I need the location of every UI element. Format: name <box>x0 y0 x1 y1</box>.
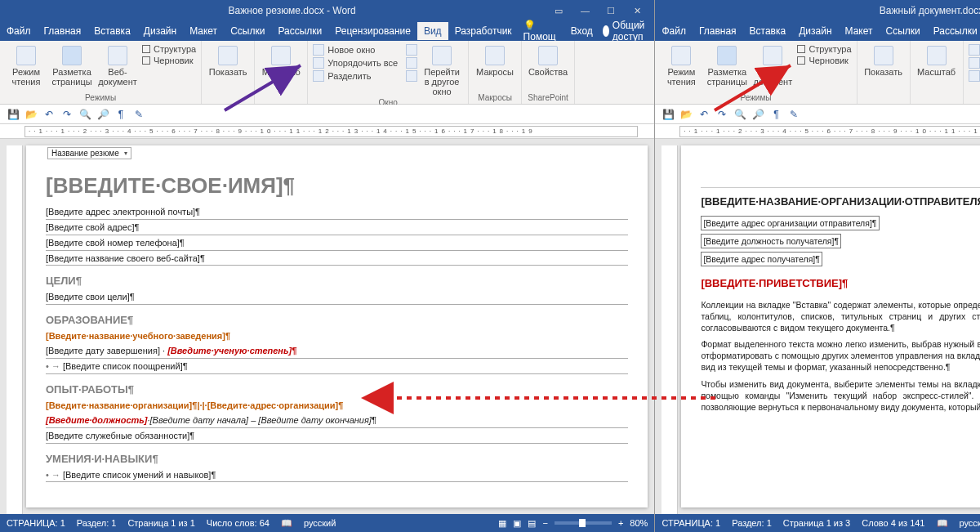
share-button[interactable]: Общий доступ <box>603 20 650 42</box>
tab-design[interactable]: Дизайн <box>137 22 183 40</box>
qat-button[interactable]: ✎ <box>132 108 145 121</box>
tab-home[interactable]: Главная <box>38 22 88 40</box>
redo-icon[interactable]: ↷ <box>715 108 728 121</box>
body-paragraph[interactable]: Чтобы изменить вид документа, выберите э… <box>701 378 980 414</box>
qat-button[interactable]: 🔎 <box>96 108 109 121</box>
tab-home[interactable]: Главная <box>693 22 743 40</box>
skills-bullet[interactable]: [Введите список умений и навыков]¶ <box>46 468 628 483</box>
recipient-title-field[interactable]: [Введите должность получателя]¶ <box>701 234 841 248</box>
vertical-ruler[interactable] <box>662 145 678 514</box>
redo-icon[interactable]: ↷ <box>60 108 74 121</box>
edu-line[interactable]: [Введите дату завершения] · [Введите·уче… <box>46 344 628 359</box>
status-pages[interactable]: Страница 1 из 1 <box>127 518 194 528</box>
exp-desc[interactable]: [Введите служебные обязанности]¶ <box>46 429 628 444</box>
tab-layout[interactable]: Макет <box>839 22 880 40</box>
draft-check[interactable]: Черновик <box>797 56 849 65</box>
login-button[interactable]: Вход <box>566 22 598 40</box>
chevron-down-icon[interactable]: ▾ <box>124 150 127 157</box>
qat-button[interactable]: ¶ <box>114 108 127 121</box>
edu-sub[interactable]: [Введите·название·учебного·заведения]¶ <box>46 330 628 342</box>
view-mode-icon[interactable]: ▦ <box>498 518 506 529</box>
tab-references[interactable]: Ссылки <box>880 22 927 40</box>
document-area[interactable]: Название резюме▾ [ВВЕДИТЕ·СВОЕ·ИМЯ]¶ [Вв… <box>0 139 654 514</box>
website-field[interactable]: [Введите название своего веб-сайта]¶ <box>46 252 628 266</box>
tab-developer[interactable]: Разработчик <box>448 22 519 40</box>
status-pages[interactable]: Страница 1 из 3 <box>783 518 850 528</box>
show-button[interactable]: Показать <box>862 42 905 77</box>
qat-button[interactable]: ¶ <box>769 108 782 121</box>
zoom-out-icon[interactable]: − <box>542 518 547 528</box>
address-field[interactable]: [Введите свой адрес]¶ <box>46 221 628 235</box>
exp-sub[interactable]: [Введите·название·организации]¶|·|·[Введ… <box>46 400 628 412</box>
status-lang[interactable]: русский <box>304 518 336 528</box>
phone-field[interactable]: [Введите свой номер телефона]¶ <box>46 236 628 251</box>
goals-field[interactable]: [Введите свои цели]¶ <box>46 290 628 305</box>
sender-address-field[interactable]: [Введите адрес организации отправителя]¶ <box>701 216 879 230</box>
recipient-address-field[interactable]: [Введите адрес получателя]¶ <box>701 252 822 266</box>
status-words[interactable]: Число слов: 64 <box>207 518 270 528</box>
properties-button[interactable]: Свойства <box>527 42 569 77</box>
tab-insert[interactable]: Вставка <box>87 22 137 40</box>
show-button[interactable]: Показать <box>207 42 249 77</box>
print-layout-button[interactable]: Разметка страницы <box>51 42 93 87</box>
web-layout-button[interactable]: Веб-документ <box>751 42 794 87</box>
status-words[interactable]: Слово 4 из 141 <box>862 518 924 528</box>
tab-file[interactable]: Файл <box>655 22 693 40</box>
content-control-tag[interactable]: Название резюме▾ <box>47 147 131 159</box>
qat-button[interactable]: 🔍 <box>78 108 91 121</box>
zoom-button[interactable]: Масштаб <box>260 42 302 77</box>
tab-view[interactable]: Вид <box>417 22 448 40</box>
email-field[interactable]: [Введите адрес электронной почты]¶ <box>46 205 628 220</box>
macros-button[interactable]: Макросы <box>474 42 516 77</box>
zoom-slider[interactable] <box>555 521 612 525</box>
draft-check[interactable]: Черновик <box>142 56 194 65</box>
outline-check[interactable]: Структура <box>797 44 851 54</box>
tab-insert[interactable]: Вставка <box>743 22 793 40</box>
horizontal-ruler[interactable]: ··1···1···2···3···4···5···6···7···8···9·… <box>679 126 980 137</box>
status-section[interactable]: Раздел: 1 <box>732 518 772 528</box>
tab-mailings[interactable]: Рассылки <box>271 22 328 40</box>
tab-design[interactable]: Дизайн <box>792 22 838 40</box>
print-layout-button[interactable]: Разметка страницы <box>706 42 748 87</box>
maximize-icon[interactable]: ☐ <box>599 6 623 16</box>
qat-open-icon[interactable]: 📂 <box>24 108 38 121</box>
outline-check[interactable]: Структура <box>142 44 196 54</box>
body-paragraph[interactable]: Формат выделенного текста можно легко из… <box>701 338 980 373</box>
horizontal-ruler[interactable]: ··1···1···2···3···4···5···6···7···8···9·… <box>24 126 638 137</box>
split-button[interactable]: Разделить <box>313 70 371 82</box>
status-section[interactable]: Раздел: 1 <box>77 518 117 528</box>
undo-icon[interactable]: ↶ <box>697 108 710 121</box>
tab-review[interactable]: Рецензирование <box>328 22 417 40</box>
zoom-button[interactable]: Масштаб <box>915 42 958 77</box>
org-heading[interactable]: [ВВЕДИТЕ·НАЗВАНИЕ·ОРГАНИЗАЦИИ·ОТПРАВИТЕЛ… <box>701 194 980 209</box>
status-proof-icon[interactable]: 📖 <box>281 518 292 529</box>
split-button[interactable]: Разделить <box>969 70 980 82</box>
web-layout-button[interactable]: Веб-документ <box>96 42 139 87</box>
qat-open-icon[interactable]: 📂 <box>679 108 693 121</box>
minimize-icon[interactable]: — <box>572 6 597 16</box>
tab-references[interactable]: Ссылки <box>224 22 271 40</box>
qat-button[interactable]: 🔎 <box>751 108 764 121</box>
status-lang[interactable]: русский <box>960 518 981 528</box>
edu-bullet[interactable]: [Введите список поощрений]¶ <box>46 360 628 374</box>
arrange-all-button[interactable]: Упорядочить все <box>969 57 980 69</box>
undo-icon[interactable]: ↶ <box>42 108 56 121</box>
arrange-all-button[interactable]: Упорядочить все <box>313 57 398 69</box>
new-window-button[interactable]: Новое окно <box>313 44 375 56</box>
close-icon[interactable]: ✕ <box>625 6 649 16</box>
body-paragraph[interactable]: Коллекции на вкладке "Вставка" содержат … <box>701 299 980 334</box>
status-page[interactable]: СТРАНИЦА: 1 <box>662 518 720 528</box>
tab-layout[interactable]: Макет <box>183 22 224 40</box>
name-heading[interactable]: [ВВЕДИТЕ·СВОЕ·ИМЯ]¶ <box>46 172 628 200</box>
read-mode-button[interactable]: Режим чтения <box>660 42 702 87</box>
switch-windows-button[interactable]: Перейти в другое окно <box>421 42 463 96</box>
save-icon[interactable]: 💾 <box>7 108 20 121</box>
tab-file[interactable]: Файл <box>0 22 38 40</box>
greeting-heading[interactable]: [ВВЕДИТЕ·ПРИВЕТСТВИЕ]¶ <box>701 276 980 291</box>
document-page[interactable]: Название резюме▾ [ВВЕДИТЕ·СВОЕ·ИМЯ]¶ [Вв… <box>26 145 648 507</box>
qat-button[interactable]: 🔍 <box>733 108 746 121</box>
tab-mailings[interactable]: Рассылки <box>927 22 980 40</box>
exp-line[interactable]: [Введите·должность]·[Введите дату начала… <box>46 414 628 428</box>
save-icon[interactable]: 💾 <box>662 108 675 121</box>
document-page[interactable]: [ВВЕДИТЕ·НАЗВАНИЕ·ОРГАНИЗАЦИИ·ОТПРАВИТЕЛ… <box>681 145 980 507</box>
